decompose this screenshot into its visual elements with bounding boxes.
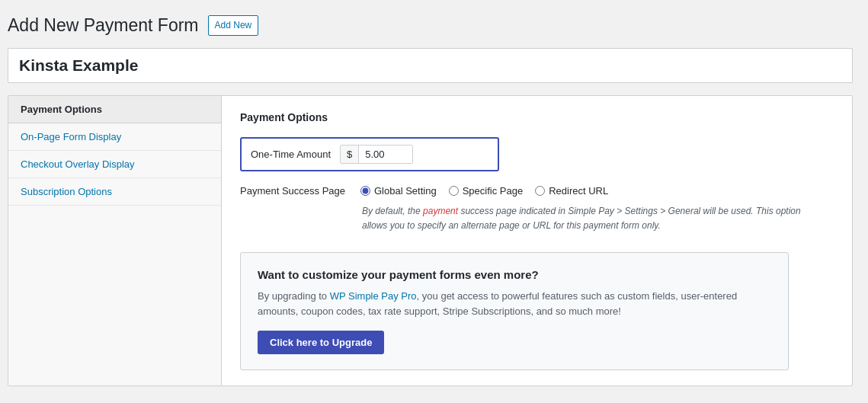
sidebar-item-checkout-overlay-display[interactable]: Checkout Overlay Display [8,151,221,178]
radio-specific-page[interactable]: Specific Page [449,185,524,197]
amount-box: One-Time Amount $ [240,137,499,171]
upgrade-title: Want to customize your payment forms eve… [258,268,771,281]
sidebar-item-payment-options[interactable]: Payment Options [8,96,221,123]
radio-redirect-url-label: Redirect URL [549,185,608,197]
sidebar: Payment Options On-Page Form Display Che… [8,96,222,385]
info-text: By default, the payment success page ind… [362,204,804,233]
upgrade-link-text: WP Simple Pay Pro [330,290,417,302]
info-highlight: payment [423,206,458,216]
radio-group: Global Setting Specific Page Redirect UR… [360,185,608,197]
main-layout: Payment Options On-Page Form Display Che… [8,95,853,386]
radio-global-setting[interactable]: Global Setting [360,185,437,197]
upgrade-desc: By upgrading to WP Simple Pay Pro, you g… [258,289,771,321]
currency-symbol: $ [341,146,359,163]
radio-redirect-url-input[interactable] [535,186,545,196]
form-title-bar [8,48,853,83]
sidebar-item-subscription-options[interactable]: Subscription Options [8,178,221,206]
amount-label: One-Time Amount [251,149,331,160]
amount-input-wrap: $ [340,145,413,164]
radio-specific-page-input[interactable] [449,186,459,196]
form-title-input[interactable] [19,56,841,75]
content-area: Payment Options One-Time Amount $ Paymen… [222,96,852,385]
radio-specific-page-label: Specific Page [463,185,524,197]
upgrade-box: Want to customize your payment forms eve… [240,252,789,371]
radio-global-setting-label: Global Setting [374,185,437,197]
amount-input[interactable] [359,146,412,163]
payment-success-row: Payment Success Page Global Setting Spec… [240,185,834,197]
radio-redirect-url[interactable]: Redirect URL [535,185,608,197]
section-title: Payment Options [240,111,834,123]
upgrade-button[interactable]: Click here to Upgrade [258,331,384,354]
payment-success-label: Payment Success Page [240,185,347,197]
sidebar-item-on-page-form-display[interactable]: On-Page Form Display [8,123,221,151]
radio-global-setting-input[interactable] [360,186,370,196]
page-title: Add New Payment Form [8,15,199,36]
add-new-button[interactable]: Add New [208,15,259,36]
